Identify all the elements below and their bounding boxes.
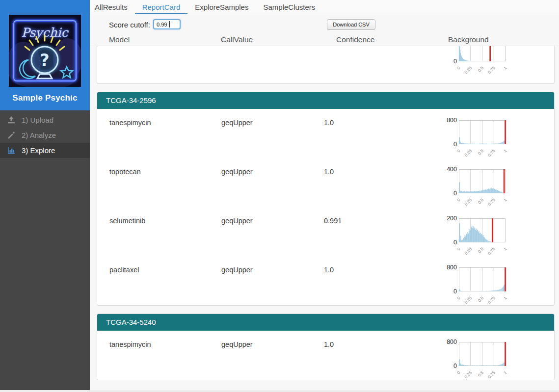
- model-name: tanespimycin: [109, 119, 151, 127]
- svg-text:0.75: 0.75: [487, 246, 496, 256]
- result-row: paclitaxel geqUpper 1.0 800 0 00.250.50.…: [97, 256, 554, 305]
- sidebar-nav: 1) Upload 2) Analyze 3) Explore: [0, 110, 90, 158]
- model-name: paclitaxel: [109, 266, 139, 274]
- result-row: tanespimycin geqUpper 1.0 800 0 00.250.5…: [97, 109, 554, 158]
- result-row: topotecan geqUpper 1.0 400 0 00.250.50.7…: [97, 158, 554, 207]
- sidebar-item-analyze[interactable]: 2) Analyze: [0, 128, 90, 143]
- histogram-chart: 00.250.50.751: [459, 120, 512, 156]
- tab-sampleclusters[interactable]: SampleClusters: [256, 0, 322, 14]
- sidebar-item-upload[interactable]: 1) Upload: [0, 112, 90, 128]
- hist-zero-label: 0: [453, 288, 457, 295]
- download-csv-button[interactable]: Download CSV: [327, 19, 375, 30]
- svg-text:1: 1: [503, 370, 508, 375]
- hist-zero-label: 0: [453, 190, 457, 197]
- score-cutoff-input[interactable]: [153, 19, 181, 29]
- svg-text:0.5: 0.5: [477, 65, 484, 73]
- hist-ymax-label: 400: [447, 166, 457, 173]
- svg-text:0: 0: [456, 65, 461, 71]
- sidebar-item-label: 1) Upload: [22, 116, 53, 124]
- svg-text:0.75: 0.75: [487, 65, 496, 75]
- histogram-chart: 00.250.50.751: [459, 169, 512, 205]
- svg-text:0.25: 0.25: [463, 197, 473, 207]
- tab-exploresamples[interactable]: ExploreSamples: [187, 0, 256, 14]
- sample-card-title: TCGA-34-5240: [97, 314, 554, 331]
- confidence-value: 1.0: [324, 266, 334, 274]
- svg-text:0.5: 0.5: [477, 246, 484, 254]
- background-histogram: 800 0 00.250.50.751: [441, 120, 512, 156]
- main-panel: AllResults ReportCard ExploreSamples Sam…: [90, 0, 559, 390]
- hist-zero-label: 0: [453, 58, 457, 65]
- background-histogram: 400 0 00.250.50.751: [441, 169, 512, 205]
- svg-text:0.5: 0.5: [477, 148, 484, 156]
- confidence-value: 1.0: [324, 119, 334, 127]
- svg-text:0: 0: [456, 246, 461, 252]
- result-row: selumetinib geqUpper 0.991 200 0 00.250.…: [97, 207, 554, 256]
- svg-text:0.5: 0.5: [477, 295, 484, 303]
- tab-bar: AllResults ReportCard ExploreSamples Sam…: [90, 0, 559, 14]
- sample-card: TCGA-34-2596 tanespimycin geqUpper 1.0 8…: [97, 92, 555, 306]
- sidebar-item-label: 3) Explore: [22, 146, 55, 155]
- hist-y-axis: 0: [441, 46, 457, 61]
- sample-card-body: tanespimycin geqUpper 1.0 800 0 00.250.5…: [97, 109, 554, 305]
- hist-ymax-label: 800: [447, 339, 457, 345]
- svg-text:1: 1: [503, 246, 508, 252]
- sample-card: TCGA-34-5240 tanespimycin geqUpper 1.0 8…: [97, 314, 555, 380]
- upload-icon: [6, 116, 16, 124]
- psychic-neon-image: Psychic ?: [9, 15, 81, 87]
- confidence-value: 1.0: [324, 168, 334, 176]
- sample-card-title: TCGA-34-2596: [97, 92, 554, 109]
- model-name: topotecan: [109, 168, 141, 176]
- svg-text:0: 0: [456, 295, 461, 301]
- svg-text:1: 1: [503, 197, 508, 203]
- svg-text:0: 0: [456, 370, 461, 375]
- sample-card: 0 00.250.50.751: [97, 46, 555, 84]
- bar-chart-icon: [6, 147, 16, 154]
- cards-container: 0 00.250.50.751 TCGA-34-2596 tanespimyci…: [90, 46, 559, 391]
- column-header-background: Background: [448, 35, 489, 44]
- sidebar-item-label: 2) Analyze: [22, 131, 56, 139]
- svg-text:0.25: 0.25: [463, 246, 473, 256]
- tab-reportcard[interactable]: ReportCard: [135, 0, 188, 14]
- model-name: tanespimycin: [109, 340, 151, 348]
- svg-text:0.75: 0.75: [487, 295, 496, 305]
- background-histogram: 200 0 00.250.50.751: [441, 218, 512, 254]
- sidebar-item-explore[interactable]: 3) Explore: [0, 143, 90, 158]
- svg-text:0: 0: [456, 148, 461, 154]
- svg-text:0.25: 0.25: [463, 370, 473, 379]
- histogram-chart: 00.250.50.751: [459, 342, 512, 377]
- svg-text:1: 1: [503, 65, 508, 71]
- background-histogram: 800 0 00.250.50.751: [441, 342, 512, 377]
- hist-y-axis: 800 0: [441, 342, 457, 366]
- call-value: geqUpper: [221, 119, 253, 127]
- hist-y-axis: 200 0: [441, 218, 457, 242]
- call-value: geqUpper: [221, 266, 253, 274]
- confidence-value: 1.0: [324, 340, 334, 348]
- column-header-model: Model: [109, 35, 130, 44]
- histogram-chart: 00.250.50.751: [459, 46, 512, 73]
- background-histogram: 800 0 00.250.50.751: [441, 267, 512, 303]
- sample-card-body: 0 00.250.50.751: [97, 46, 554, 83]
- hist-zero-label: 0: [453, 363, 457, 369]
- column-header-callvalue: CallValue: [221, 35, 253, 44]
- hist-y-axis: 800 0: [441, 267, 457, 291]
- svg-text:0.75: 0.75: [487, 148, 496, 157]
- confidence-value: 0.991: [324, 217, 342, 225]
- svg-text:?: ?: [40, 51, 49, 70]
- hist-ymax-label: 800: [447, 117, 457, 124]
- svg-text:0: 0: [456, 197, 461, 203]
- sidebar-header: Psychic ? Sample Psychic: [0, 0, 90, 110]
- svg-text:1: 1: [503, 148, 508, 154]
- svg-text:0.75: 0.75: [487, 370, 496, 379]
- sample-card-body: tanespimycin geqUpper 1.0 800 0 00.250.5…: [97, 331, 554, 380]
- histogram-chart: 00.250.50.751: [459, 218, 512, 254]
- app-title: Sample Psychic: [0, 93, 90, 103]
- hist-ymax-label: 200: [447, 215, 457, 222]
- tab-allresults[interactable]: AllResults: [92, 0, 135, 14]
- svg-text:0.25: 0.25: [463, 148, 473, 157]
- text-caret: [169, 21, 170, 27]
- call-value: geqUpper: [221, 340, 253, 348]
- svg-text:0.5: 0.5: [477, 370, 484, 378]
- result-row: tanespimycin geqUpper 1.0 800 0 00.250.5…: [97, 331, 554, 380]
- background-histogram: 0 00.250.50.751: [441, 46, 512, 73]
- controls-bar: Score cutoff: Download CSV Model CallVal…: [90, 14, 559, 46]
